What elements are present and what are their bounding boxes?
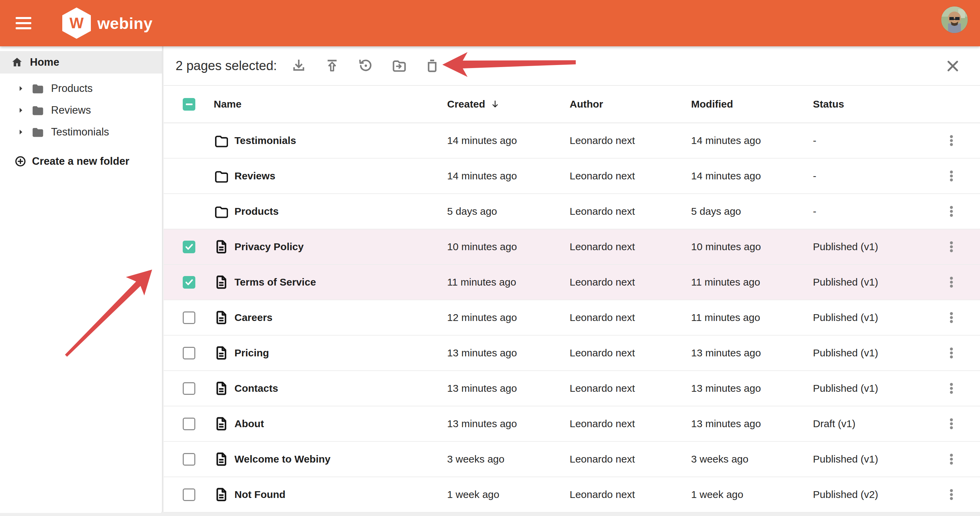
page-document-icon [214,417,228,431]
sidebar-item-reviews[interactable]: Reviews [0,99,162,121]
row-checkbox[interactable] [183,489,195,501]
page-document-icon [214,240,228,254]
row-author: Leonardo next [570,241,691,253]
folder-label: Reviews [51,104,91,116]
row-name[interactable]: Pricing [234,347,447,359]
column-header-author[interactable]: Author [570,98,691,110]
row-checkbox[interactable] [183,311,195,324]
table-row[interactable]: Contacts 13 minutes ago Leonardo next 13… [164,371,980,406]
kebab-menu-icon[interactable] [945,487,958,502]
row-name[interactable]: Welcome to Webiny [234,453,447,465]
table-row[interactable]: Reviews 14 minutes ago Leonardo next 14 … [164,159,980,194]
table-row[interactable]: Pricing 13 minutes ago Leonardo next 13 … [164,336,980,371]
folder-tree-sidebar: Home Products Reviews Testimonials Creat… [0,46,163,513]
sidebar-item-products[interactable]: Products [0,78,162,99]
row-checkbox[interactable] [183,453,195,466]
row-created: 13 minutes ago [447,382,570,394]
row-name[interactable]: Testimonials [234,135,447,147]
row-checkbox-checked[interactable] [183,276,195,289]
row-modified: 13 minutes ago [691,418,813,430]
download-icon[interactable] [291,58,306,73]
row-status: Published (v1) [813,241,915,253]
kebab-menu-icon[interactable] [945,204,958,219]
table-row[interactable]: Privacy Policy 10 minutes ago Leonardo n… [164,229,980,265]
table-row[interactable]: Welcome to Webiny 3 weeks ago Leonardo n… [164,442,980,477]
table-row[interactable]: About 13 minutes ago Leonardo next 13 mi… [164,406,980,442]
row-name[interactable]: About [234,418,447,430]
row-checkbox[interactable] [183,347,195,360]
row-name[interactable]: Terms of Service [234,276,447,288]
column-header-created[interactable]: Created [447,98,570,110]
folder-label: Testimonials [51,126,109,138]
kebab-menu-icon[interactable] [945,169,958,183]
webiny-logo[interactable]: W webiny [62,7,153,39]
kebab-menu-icon[interactable] [945,275,958,290]
page-document-icon [214,487,228,502]
publish-icon[interactable] [325,58,340,73]
move-to-folder-icon[interactable] [391,58,406,73]
close-icon[interactable] [945,59,960,73]
table-row[interactable]: Products 5 days ago Leonardo next 5 days… [164,194,980,229]
kebab-menu-icon[interactable] [945,452,958,467]
sidebar-item-testimonials[interactable]: Testimonials [0,121,162,143]
folder-icon [30,125,44,139]
kebab-menu-icon[interactable] [945,346,958,360]
row-author: Leonardo next [570,347,691,359]
kebab-menu-icon[interactable] [945,416,958,431]
row-created: 5 days ago [447,205,570,217]
row-name[interactable]: Contacts [234,382,447,394]
row-author: Leonardo next [570,205,691,217]
create-folder-label: Create a new folder [32,155,129,167]
column-header-name[interactable]: Name [214,98,447,110]
page-list-panel: 2 pages selected: Name Created Author Mo… [164,46,980,511]
menu-icon[interactable] [16,12,37,34]
row-author: Leonardo next [570,276,691,288]
row-created: 11 minutes ago [447,276,570,288]
chevron-right-icon[interactable] [16,127,25,137]
row-modified: 10 minutes ago [691,241,813,253]
sidebar-item-home[interactable]: Home [0,51,162,73]
select-all-checkbox[interactable] [183,98,195,111]
row-created: 3 weeks ago [447,453,570,465]
selection-count-text: 2 pages selected: [176,59,277,73]
table-row[interactable]: Not Found 1 week ago Leonardo next 1 wee… [164,477,980,513]
row-author: Leonardo next [570,382,691,394]
row-checkbox[interactable] [183,418,195,430]
kebab-menu-icon[interactable] [945,381,958,396]
kebab-menu-icon[interactable] [945,310,958,325]
chevron-right-icon[interactable] [16,106,25,115]
row-author: Leonardo next [570,135,691,147]
folder-icon [214,169,228,183]
row-modified: 11 minutes ago [691,276,813,288]
delete-icon[interactable] [425,58,440,73]
row-created: 13 minutes ago [447,347,570,359]
table-row[interactable]: Testimonials 14 minutes ago Leonardo nex… [164,123,980,159]
row-name[interactable]: Privacy Policy [234,241,447,253]
restore-icon[interactable] [358,58,373,73]
plus-circle-icon [14,155,27,167]
user-avatar[interactable] [941,6,968,33]
row-name[interactable]: Products [234,205,447,217]
folder-icon [214,204,228,218]
row-checkbox[interactable] [183,382,195,395]
kebab-menu-icon[interactable] [945,133,958,148]
column-header-modified[interactable]: Modified [691,98,813,110]
row-created: 1 week ago [447,489,570,500]
row-name[interactable]: Careers [234,312,447,323]
row-created: 12 minutes ago [447,312,570,323]
row-name[interactable]: Reviews [234,170,447,182]
table-row[interactable]: Terms of Service 11 minutes ago Leonardo… [164,265,980,300]
create-folder-button[interactable]: Create a new folder [0,155,162,167]
chevron-right-icon[interactable] [16,84,25,93]
webiny-logo-icon: W [62,7,91,39]
row-status: Published (v1) [813,382,915,394]
row-checkbox-checked[interactable] [183,240,195,253]
column-header-status[interactable]: Status [813,98,915,110]
folder-icon [30,104,44,117]
sidebar-home-label: Home [30,56,59,68]
row-name[interactable]: Not Found [234,489,447,500]
row-modified: 13 minutes ago [691,382,813,394]
table-row[interactable]: Careers 12 minutes ago Leonardo next 11 … [164,300,980,336]
kebab-menu-icon[interactable] [945,239,958,254]
folder-icon [214,134,228,148]
